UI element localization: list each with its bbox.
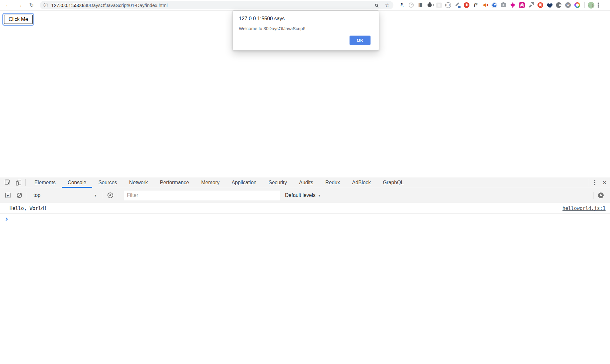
- bug-icon-shape: [428, 3, 432, 7]
- device-toolbar-icon[interactable]: [15, 179, 23, 187]
- bug-icon[interactable]: [426, 2, 433, 9]
- bookmark-star-icon[interactable]: ☆: [385, 3, 390, 8]
- browser-menu-icon[interactable]: [598, 4, 599, 6]
- console-toolbar-separator-3: [118, 192, 118, 199]
- alert-ok-button[interactable]: OK: [350, 36, 371, 45]
- devtools-menu-icon[interactable]: [594, 182, 595, 183]
- lens-icon[interactable]: [408, 2, 415, 9]
- blue-orb-icon[interactable]: [491, 2, 498, 9]
- w-circle-icon[interactable]: W: [565, 2, 572, 9]
- tab-security[interactable]: Security: [262, 177, 293, 188]
- tabbar-separator: [25, 179, 26, 186]
- tab-application[interactable]: Application: [225, 177, 262, 188]
- clear-console-icon[interactable]: [15, 191, 24, 200]
- console-toolbar-separator-4: [593, 192, 593, 199]
- f-question-icon[interactable]: f?: [472, 2, 479, 9]
- console-source-link[interactable]: helloworld.js:1: [563, 206, 606, 211]
- chevron-down-icon: ▼: [94, 194, 97, 197]
- faded-grid-icon-shape: [436, 3, 442, 8]
- tabbar-right-separator: [589, 179, 589, 186]
- graphql-star-icon[interactable]: [509, 2, 516, 9]
- lens-icon-shape: [409, 3, 414, 8]
- js-alert-dialog: 127.0.0.1:5500 says Welcome to 30DaysOfJ…: [232, 10, 379, 51]
- forward-button[interactable]: →: [16, 1, 24, 9]
- console-log-row: Hello, World! helloworld.js:1: [0, 203, 610, 214]
- click-me-button[interactable]: Click Me: [4, 15, 33, 24]
- blue-orb-icon-shape: [491, 2, 497, 8]
- console-message: Hello, World!: [10, 206, 47, 211]
- heart-search-icon[interactable]: [546, 2, 553, 9]
- parens-icon[interactable]: (-): [445, 2, 452, 9]
- eyedropper-icon-shape: [454, 2, 461, 8]
- settings-gear-icon[interactable]: [596, 191, 606, 200]
- console-sidebar-toggle-icon[interactable]: ▶: [3, 191, 13, 200]
- devtools-tabbar: ElementsConsoleSourcesNetworkPerformance…: [0, 177, 610, 188]
- eyedropper-icon[interactable]: [454, 2, 461, 9]
- levels-chevron-down-icon: ▼: [318, 194, 321, 197]
- prompt-chevron-icon: [4, 217, 8, 221]
- live-expression-eye-icon[interactable]: [106, 191, 115, 200]
- pink-gear-icon[interactable]: [518, 2, 525, 9]
- reload-button[interactable]: ↻: [27, 1, 36, 9]
- color-ring-icon[interactable]: [574, 2, 581, 9]
- tab-sources[interactable]: Sources: [92, 177, 123, 188]
- red-bookmark-icon-shape: [537, 2, 543, 8]
- browser-toolbar: ← → ↻ i 127.0.0.1:5500/30DaysOfJavaScrip…: [0, 0, 610, 10]
- url-path: /30DaysOfJavaScript/01-Day/index.html: [83, 3, 168, 8]
- tab-audits[interactable]: Audits: [293, 177, 319, 188]
- json-viewer-icon[interactable]: { }: [587, 2, 594, 9]
- log-levels-dropdown[interactable]: Default levels ▼: [285, 192, 321, 198]
- tab-adblock[interactable]: AdBlock: [346, 177, 377, 188]
- pixel-arrow-icon[interactable]: [528, 2, 535, 9]
- stop-hand-icon-shape: [464, 2, 469, 8]
- alert-message: Welcome to 30DaysOfJavaScript!: [239, 26, 371, 31]
- heart-search-icon-shape: [546, 2, 553, 8]
- red-bookmark-icon[interactable]: [537, 2, 544, 9]
- devtools-close-icon[interactable]: ×: [602, 179, 607, 186]
- tab-redux[interactable]: Redux: [319, 177, 346, 188]
- info-icon[interactable]: i: [44, 3, 48, 7]
- tab-graphql[interactable]: GraphQL: [377, 177, 410, 188]
- address-bar[interactable]: i 127.0.0.1:5500/30DaysOfJavaScript/01-D…: [40, 1, 393, 9]
- toolbar-separator: [584, 2, 585, 8]
- tab-memory[interactable]: Memory: [195, 177, 225, 188]
- json-viewer-glyph: { }: [588, 2, 594, 9]
- stop-hand-icon[interactable]: [463, 2, 470, 9]
- tabbar-right-controls: ×: [586, 179, 610, 186]
- camera-icon[interactable]: [500, 2, 507, 9]
- color-ring-icon-shape: [574, 2, 580, 8]
- w-circle-icon-shape: W: [565, 2, 571, 8]
- zoom-icon[interactable]: [375, 4, 378, 7]
- tab-console[interactable]: Console: [62, 177, 93, 188]
- megaphone-icon[interactable]: [482, 2, 489, 9]
- back-button[interactable]: ←: [4, 1, 12, 9]
- faded-grid-icon[interactable]: [435, 2, 442, 9]
- inspect-element-icon[interactable]: [4, 179, 12, 187]
- console-prompt-row[interactable]: [0, 214, 610, 225]
- panels-icon[interactable]: [417, 2, 424, 9]
- url-text[interactable]: 127.0.0.1:5500/30DaysOfJavaScript/01-Day…: [51, 3, 168, 8]
- tab-network[interactable]: Network: [123, 177, 154, 188]
- execution-context-selector[interactable]: top ▼: [30, 192, 100, 198]
- pixel-arrow-icon-shape: [528, 2, 534, 8]
- extensions-row: F,(-)f?W: [399, 2, 581, 9]
- f-question-icon-shape: f?: [474, 3, 478, 8]
- context-label: top: [33, 192, 40, 198]
- pink-gear-icon-shape: [519, 2, 525, 8]
- tab-elements[interactable]: Elements: [28, 177, 62, 188]
- megaphone-icon-shape: [482, 2, 488, 8]
- filter-input[interactable]: [124, 191, 280, 200]
- alert-title: 127.0.0.1:5500 says: [239, 16, 371, 22]
- panels-icon-shape: [418, 2, 423, 8]
- font-tool-icon[interactable]: F,: [399, 2, 406, 9]
- console-toolbar: ▶ top ▼ Default levels ▼: [0, 188, 610, 203]
- font-tool-icon-shape: F,: [400, 3, 404, 8]
- devtools-panel: ElementsConsoleSourcesNetworkPerformance…: [0, 177, 610, 364]
- graphql-star-icon-shape: [509, 2, 516, 8]
- g-circle-icon[interactable]: [555, 2, 562, 9]
- devtools-tabs: ElementsConsoleSourcesNetworkPerformance…: [28, 177, 410, 188]
- url-host: 127.0.0.1:5500: [51, 3, 83, 8]
- console-toolbar-separator-2: [103, 192, 103, 199]
- camera-icon-shape: [501, 3, 506, 7]
- tab-performance[interactable]: Performance: [154, 177, 195, 188]
